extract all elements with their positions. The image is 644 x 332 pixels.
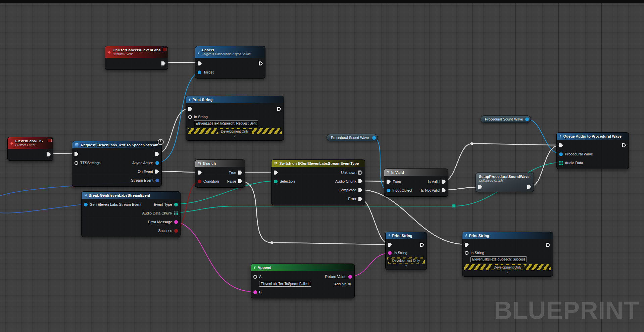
exec-out-pin[interactable] [155,152,159,156]
expand-advanced-chevron[interactable]: ∨ [462,271,553,275]
variable-get-procedural-sound-wave[interactable]: Procedural Sound Wave [327,134,378,141]
pin-label: Target [203,70,214,74]
exec-out-pin[interactable] [277,107,281,111]
exec-out-pin[interactable] [527,185,531,189]
node-print-string-request-sent[interactable]: ƒ Print String In String ElevenLabsTextT… [186,96,284,141]
node-cancel[interactable]: ƒ Cancel Target is Cancellable Async Act… [195,46,265,79]
procedural-wave-pin[interactable] [559,152,563,156]
audio-data-chunk-array-pin[interactable] [174,211,178,215]
wire-on-event-to-branch [157,171,199,172]
completed-exec-pin[interactable] [358,188,362,192]
expand-advanced-chevron[interactable]: ∨ [386,264,427,268]
blueprint-graph-canvas[interactable]: BLUEPRINT ◆ OnUserCancelsElevenLabs [0,0,644,332]
variable-label: Procedural Sound Wave [331,136,369,140]
true-exec-pin[interactable] [238,171,242,175]
node-header: ƒ Queue Audio to Procedural Wave [557,133,629,140]
variable-label: Procedural Sound Wave [485,117,523,121]
is-not-valid-exec-pin[interactable] [442,188,446,192]
exec-in-pin[interactable] [478,185,482,189]
pin-label: In String [194,115,208,119]
unknown-exec-pin[interactable] [358,171,362,175]
node-header: ⇆ Branch [195,160,245,167]
latent-clock-icon [158,139,164,145]
error-message-pin[interactable] [174,220,178,224]
question-icon: ? [387,171,389,174]
target-pin[interactable] [198,70,201,74]
node-setup-procedural-sound-wave[interactable]: SetupProceduralSoundWave Collapsed Graph [476,173,534,192]
return-value-pin[interactable] [348,275,352,279]
exec-in-pin[interactable] [387,180,391,184]
variable-get-procedural-sound-wave[interactable]: Procedural Sound Wave [481,115,531,123]
node-print-string-error[interactable]: ƒ Print String In String Development Onl… [385,232,427,270]
in-string-value-input[interactable]: ElevenLabsTextToSpeech: Success [470,256,527,262]
b-pin[interactable] [253,290,257,294]
stream-event-pin[interactable] [155,179,159,182]
a-pin[interactable] [253,275,257,279]
node-break-stream-event[interactable]: ◀ Break GenElevenLabsStreamEvent Gen Ele… [81,191,181,237]
exec-out-pin[interactable] [259,61,263,65]
exec-in-pin[interactable] [388,243,392,247]
delegate-pin[interactable] [48,139,52,142]
expand-advanced-chevron[interactable]: ∨ [186,135,284,139]
delegate-pin[interactable] [163,48,166,51]
pin-label: Success [158,229,172,233]
in-string-value-input[interactable]: ElevenLabsTextToSpeech: Request Sent [194,121,258,126]
audio-data-array-pin[interactable] [559,161,563,165]
node-is-valid[interactable]: ? Is Valid Exec Is Valid Input Object Is… [384,169,448,197]
exec-out-pin[interactable] [420,243,424,247]
pin-label: Procedural Wave [565,152,593,156]
exec-in-pin[interactable] [198,61,202,65]
a-value-input[interactable]: ElevenLabsTextToSpeechFailed: [259,281,311,287]
pin-label: Condition [203,179,219,183]
node-header: ? Is Valid [384,169,448,176]
node-append[interactable]: ƒ Append A Return Value ElevenLabsTextTo… [251,264,355,298]
tts-settings-pin[interactable] [75,161,78,165]
exec-out-pin[interactable] [161,61,165,65]
reroute-node[interactable] [470,142,473,145]
node-print-string-success[interactable]: ƒ Print String In String ElevenLabsTextT… [462,232,553,277]
input-object-pin[interactable] [387,189,390,192]
exec-out-pin[interactable] [47,152,51,156]
is-valid-exec-pin[interactable] [442,180,446,184]
exec-in-pin[interactable] [559,143,563,147]
exec-out-pin[interactable] [546,243,550,247]
node-switch-stream-event-type[interactable]: ⇄ Switch on EGenElevenLabsStreamEventTyp… [271,159,365,205]
success-pin[interactable] [174,229,178,233]
node-title: OnUserCancelsElevenLabs [112,48,160,52]
object-out-pin[interactable] [372,136,376,140]
exec-in-pin[interactable] [75,152,79,156]
false-exec-pin[interactable] [238,179,242,183]
node-eleven-labs-tts-event[interactable]: ◆ ElevenLabsTTS Custom Event [7,137,53,161]
object-out-pin[interactable] [525,117,529,121]
node-branch[interactable]: ⇆ Branch True Condition False [195,159,245,188]
exec-in-pin[interactable] [274,171,278,175]
pin-label: Audio Data [565,161,583,165]
exec-out-pin[interactable] [622,143,626,147]
in-string-pin[interactable] [188,115,192,119]
node-request-tts-stream[interactable]: Request ElevenLabs Text To Speech Stream… [72,141,162,187]
exec-in-pin[interactable] [465,243,469,247]
async-action-pin[interactable] [155,161,159,165]
function-icon: ƒ [254,266,256,269]
audio-chunk-exec-pin[interactable] [358,179,362,183]
exec-in-pin[interactable] [198,171,202,175]
development-only-label: Development Only [491,265,524,270]
reroute-node[interactable] [270,241,273,244]
in-string-pin[interactable] [388,251,392,255]
node-title: Cancel [202,48,251,52]
selection-pin[interactable] [274,180,278,183]
condition-pin[interactable] [198,180,201,183]
reroute-node-array[interactable] [452,204,455,207]
node-title: Branch [203,161,216,165]
development-only-band: Development Only [188,128,282,134]
node-on-user-cancels-eleven-labs[interactable]: ◆ OnUserCancelsElevenLabs Custom Event [105,46,168,70]
error-exec-pin[interactable] [358,197,362,201]
node-title: ElevenLabsTTS [15,139,43,143]
in-string-pin[interactable] [465,251,468,255]
node-queue-audio-to-procedural-wave[interactable]: ƒ Queue Audio to Procedural Wave Procedu… [556,132,629,169]
exec-in-pin[interactable] [188,107,192,111]
on-event-exec-pin[interactable] [155,170,159,174]
add-pin-button[interactable]: Add pin ⊕ [334,282,351,286]
stream-event-struct-pin[interactable] [84,203,88,206]
event-type-pin[interactable] [174,203,178,206]
